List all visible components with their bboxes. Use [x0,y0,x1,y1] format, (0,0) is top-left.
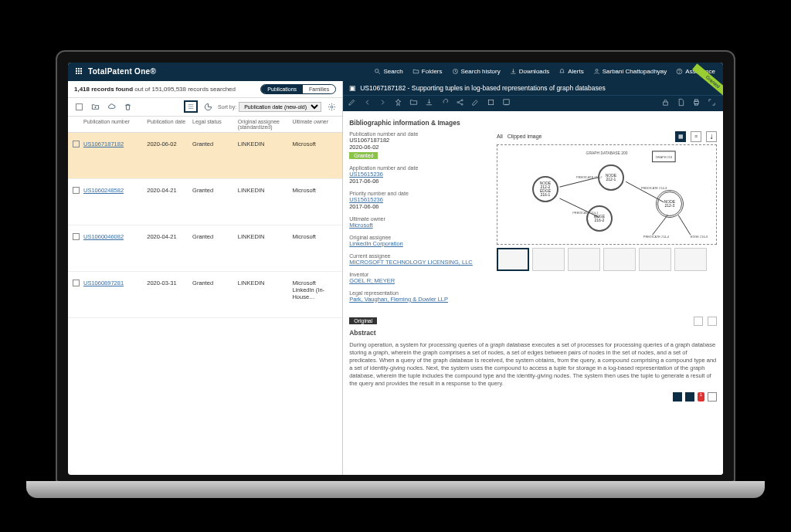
biblio-info: Publication number and dateUS10671871822… [349,131,489,309]
export-cloud-icon[interactable] [105,100,117,113]
figure-view-grid-icon[interactable]: ▦ [675,131,686,142]
svg-rect-15 [488,100,493,104]
result-row[interactable]: US1067187182 2020-06-02 Granted LINKEDIN… [68,133,342,179]
row-checkbox[interactable] [73,187,80,194]
abstract-source-tab[interactable]: Original [349,317,377,324]
doc-expand-icon[interactable] [708,98,718,109]
abstract-expand-icon[interactable] [708,317,717,326]
thumb-3[interactable] [568,248,600,271]
doc-lock-icon[interactable] [661,98,672,109]
publication-number-link[interactable]: US1060897281 [83,280,124,286]
doc-share-icon[interactable] [456,98,467,109]
row-assignee: LINKEDIN [238,187,293,217]
inventor-link[interactable]: GOEL R; MEYER [349,277,489,284]
figure-area: All Clipped image ▦ ≡ ⭳ GRAPH DATABA [497,131,717,309]
row-date: 2020-04-21 [147,233,192,263]
application-number-link[interactable]: US15615236 [349,171,489,178]
svg-text:PREDICATE 214-4: PREDICATE 214-4 [643,235,670,239]
footer-action-1[interactable] [673,392,682,402]
chart-view-icon[interactable] [202,100,214,113]
row-assignee: LINKEDIN [238,141,293,171]
document-icon: ▣ [349,84,356,92]
doc-pdf-icon[interactable] [677,98,687,109]
thumb-6[interactable] [674,248,707,271]
result-row[interactable]: US1060248582 2020-04-21 Granted LINKEDIN… [68,179,342,225]
add-to-folder-icon[interactable] [89,100,101,113]
select-all-checkbox[interactable] [73,100,85,113]
row-owner: Microsoft [292,187,338,217]
cur-assignee-link[interactable]: MICROSOFT TECHNOLOGY LICENSING, LLC [349,259,489,266]
doc-next-icon[interactable] [379,98,389,109]
abstract-text: During operation, a system for processin… [349,341,717,388]
col-legal[interactable]: Legal status [192,119,238,130]
col-pub-date[interactable]: Publication date [147,119,192,130]
row-legal: Granted [192,280,238,310]
nav-alerts[interactable]: Alerts [558,68,583,75]
tab-publications[interactable]: Publications [261,85,303,93]
figure-tab-clipped[interactable]: Clipped image [508,134,542,139]
doc-link-icon[interactable] [440,98,451,109]
nav-folders[interactable]: Folders [412,68,443,75]
tab-families[interactable]: Families [303,85,335,93]
owner-link[interactable]: Microsoft [349,222,489,229]
sort-select[interactable]: Publication date (new-old) [239,102,321,112]
col-owner[interactable]: Ultimate owner [292,119,338,130]
legal-rep-link[interactable]: Park, Vaughan, Fleming & Dowler LLP [349,296,489,303]
figure-view-list-icon[interactable]: ≡ [691,131,701,142]
figure-download-icon[interactable]: ⭳ [706,131,717,142]
svg-line-31 [678,215,691,235]
result-row[interactable]: US1060046082 2020-04-21 Granted LINKEDIN… [68,225,342,272]
footer-action-2[interactable] [685,392,694,402]
status-badge: Granted [349,152,378,159]
publication-number-link[interactable]: US1067187182 [83,141,124,147]
svg-point-12 [461,103,463,105]
abstract-title: Abstract [349,329,717,337]
svg-point-10 [457,101,459,103]
doc-print-icon[interactable] [692,98,703,109]
orig-assignee-link[interactable]: LinkedIn Corporation [349,240,489,247]
result-row[interactable]: US1060897281 2020-03-31 Granted LINKEDIN… [68,272,342,318]
svg-point-11 [461,99,463,100]
row-checkbox[interactable] [73,233,80,240]
patent-figure[interactable]: GRAPH DATABASE 200 GRAPH 210 PREDICATE 2… [497,144,717,245]
thumb-4[interactable] [603,248,636,271]
row-legal: Granted [192,187,238,217]
doc-highlight-icon[interactable] [487,98,497,109]
thumb-1[interactable] [497,248,529,271]
settings-gear-icon[interactable] [325,100,338,113]
svg-line-13 [459,100,462,102]
thumb-2[interactable] [532,248,565,271]
row-checkbox[interactable] [73,141,80,147]
publication-number-link[interactable]: US1060046082 [83,233,124,240]
doc-folder-icon[interactable] [409,98,420,109]
doc-tools-icon[interactable] [471,98,482,109]
svg-point-4 [677,69,682,74]
col-assignee[interactable]: Original assignee (standardized) [238,119,293,130]
nav-user[interactable]: Sarbani Chattopadhyay [593,68,667,75]
footer-expand-icon[interactable] [708,392,717,402]
figure-tab-all[interactable]: All [497,134,503,139]
publication-number-link[interactable]: US1060248582 [83,187,124,194]
doc-edit-icon[interactable] [348,98,358,109]
doc-download-icon[interactable] [425,98,436,109]
doc-note-icon[interactable] [502,98,513,109]
results-count: 1,418 records found [74,86,133,93]
nav-search[interactable]: Search [374,68,402,75]
doc-pin-icon[interactable] [394,98,405,109]
thumb-5[interactable] [639,248,671,271]
doc-prev-icon[interactable] [363,98,374,109]
nav-history[interactable]: Search history [452,68,501,75]
list-view-button[interactable] [184,100,198,113]
results-list[interactable]: US1067187182 2020-06-02 Granted LINKEDIN… [68,133,342,475]
footer-badge: 1 [698,392,704,402]
top-nav-links: Search Folders Search history Downloads … [374,68,715,75]
svg-rect-18 [694,101,699,103]
priority-number-link[interactable]: US15615236 [349,196,489,203]
row-checkbox[interactable] [73,280,80,286]
delete-icon[interactable] [121,100,134,113]
abstract-copy-icon[interactable] [694,317,703,326]
nav-downloads[interactable]: Downloads [510,68,550,75]
col-pub-number[interactable]: Publication number [83,119,147,130]
apps-grid-icon[interactable] [76,68,83,76]
document-body[interactable]: Bibliographic information & Images Publi… [343,111,723,475]
